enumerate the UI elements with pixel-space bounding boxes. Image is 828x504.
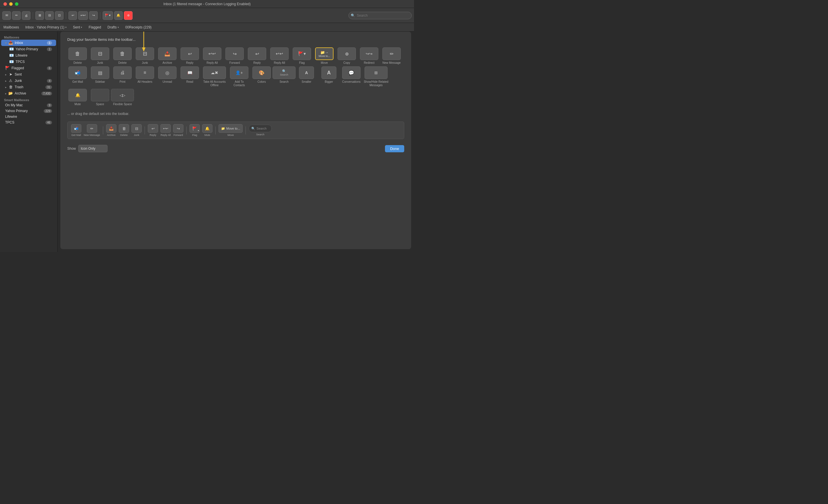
dt-mute[interactable]: 🔔 Mute	[202, 124, 212, 136]
show-select[interactable]: Icon Only Icon and Text Text Only	[78, 145, 108, 152]
tool-btn-reply2[interactable]: ↩	[248, 47, 266, 60]
tool-btn-archive[interactable]: 📥	[158, 47, 176, 60]
tool-item-reply1[interactable]: ↩ Reply	[179, 47, 200, 65]
tool-btn-search-tool[interactable]: 🔍 Search	[273, 66, 296, 79]
tool-item-delete2[interactable]: 🗑 Delete	[112, 47, 133, 65]
tool-item-unread[interactable]: ◎ Unread	[157, 66, 178, 87]
tool-btn-show-hide[interactable]: ⊞	[365, 66, 387, 79]
delete-btn-3[interactable]: ⊡	[55, 11, 64, 20]
tool-btn-smaller[interactable]: A	[299, 66, 314, 79]
tool-item-colors[interactable]: 🎨 Colors	[251, 66, 272, 87]
done-button[interactable]: Done	[385, 145, 404, 152]
tool-btn-unread[interactable]: ◎	[158, 66, 176, 79]
tool-item-replyall2[interactable]: ↩↩ Reply All	[269, 47, 290, 65]
tool-item-space[interactable]: Space	[90, 89, 111, 106]
tool-btn-flag[interactable]: 🚩▾	[293, 47, 311, 60]
tool-item-replyall1[interactable]: ↩↩ Reply All	[202, 47, 222, 65]
tool-item-get-mail[interactable]: 📬 Get Mail	[67, 66, 88, 87]
tool-btn-reply1[interactable]: ↩	[180, 47, 199, 60]
tool-btn-junk1[interactable]: ⊟	[91, 47, 109, 60]
reply-toolbar-btn[interactable]: ↩	[69, 11, 77, 20]
dt-forward-btn[interactable]: ↪	[173, 124, 183, 133]
tool-item-copy[interactable]: ⊕ Copy	[336, 47, 357, 65]
flag-toolbar-btn[interactable]: 🚩▾	[102, 11, 113, 20]
sidebar-item-tpcs[interactable]: 📧 TPCS	[1, 59, 56, 65]
dt-reply[interactable]: ↩ Reply	[148, 124, 158, 136]
delete-btn-1[interactable]: ⊠	[35, 11, 44, 20]
tab-flagged[interactable]: Flagged	[87, 25, 102, 30]
tool-btn-flex-space[interactable]: ◁▷	[111, 89, 134, 101]
dt-delete[interactable]: 🗑 Delete	[119, 124, 129, 136]
dt-forward[interactable]: ↪ Forward	[173, 124, 183, 136]
sidebar-item-sent[interactable]: ▸ ➤ Sent	[1, 71, 56, 78]
sidebar-item-flagged[interactable]: 🚩 Flagged 6	[1, 65, 56, 71]
tool-btn-replyall2[interactable]: ↩↩	[270, 47, 289, 60]
tab-drafts[interactable]: Drafts ▾	[107, 25, 120, 30]
tool-btn-all-headers[interactable]: ≡	[136, 66, 154, 79]
tool-item-junk1[interactable]: ⊟ Junk	[90, 47, 111, 65]
tool-item-sidebar[interactable]: ▤ Sidebar	[90, 66, 111, 87]
dt-mute-btn[interactable]: 🔔	[202, 124, 212, 133]
tool-btn-print[interactable]: 🖨	[113, 66, 132, 79]
new-compose-button[interactable]: ✏	[12, 11, 21, 20]
minimize-button[interactable]	[9, 2, 13, 6]
tool-item-delete1[interactable]: 🗑 Delete	[67, 47, 88, 65]
tool-item-reply2[interactable]: ↩ Reply	[247, 47, 267, 65]
dt-flag-btn[interactable]: 🚩	[190, 124, 200, 133]
tab-00receipts[interactable]: 00Receipts (229)	[124, 25, 153, 30]
tool-btn-new-message[interactable]: ✏	[382, 47, 401, 60]
sidebar-item-on-my-mac[interactable]: On My Mac 9	[1, 102, 56, 108]
tool-btn-space[interactable]	[91, 89, 109, 101]
tool-item-search-tool[interactable]: 🔍 Search Search	[274, 66, 294, 87]
tool-item-bigger[interactable]: A Bigger	[319, 66, 339, 87]
dt-search[interactable]: 🔍 Search Search	[249, 125, 272, 136]
reply-all-toolbar-btn[interactable]: ↩↩	[78, 11, 88, 20]
tool-btn-conversations[interactable]: 💬	[342, 66, 361, 79]
tab-sent[interactable]: Sent ▾	[72, 25, 84, 30]
sidebar-item-lifewire-smart[interactable]: Lifewire	[1, 114, 56, 120]
sidebar-item-yahoo-primary[interactable]: 📧 Yahoo Primary 1	[1, 46, 56, 52]
sidebar-item-junk[interactable]: ▸ ⚠ Junk 4	[1, 78, 56, 84]
tool-item-new-message[interactable]: ✏ New Message	[381, 47, 402, 65]
sidebar-item-archive[interactable]: ▸ 📂 Archive 7,430	[1, 90, 56, 97]
tool-btn-delete2[interactable]: 🗑	[113, 47, 132, 60]
dt-reply-all-btn[interactable]: ↩↩	[160, 124, 171, 133]
compose-mail-button[interactable]: ✉	[2, 11, 11, 20]
tool-btn-sidebar[interactable]: ▤	[91, 66, 109, 79]
sidebar-item-tpcs-smart[interactable]: TPCS 46	[1, 120, 56, 125]
dt-archive[interactable]: 📥 Archive	[106, 124, 116, 136]
sidebar-item-yahoo-primary-smart[interactable]: Yahoo Primary 229	[1, 108, 56, 114]
dt-get-mail[interactable]: 📬 Get Mail	[71, 124, 81, 136]
tool-btn-bigger[interactable]: A	[322, 66, 336, 79]
tool-btn-move-to[interactable]: 📁→ Move to...	[315, 47, 333, 60]
drag-toolbar-btn[interactable]: ⊕	[124, 11, 132, 20]
tool-item-archive[interactable]: 📥 Archive	[157, 47, 178, 65]
tool-item-conversations[interactable]: 💬 Conversations	[341, 66, 362, 87]
tool-item-add-contacts[interactable]: 👤+ Add To Contacts	[229, 66, 250, 87]
tool-item-read[interactable]: 📖 Read	[179, 66, 200, 87]
dt-delete-btn[interactable]: 🗑	[119, 124, 129, 133]
tool-btn-colors[interactable]: 🎨	[252, 66, 271, 79]
sidebar-item-inbox[interactable]: ▾ 📥 Inbox 1	[1, 40, 56, 46]
tool-btn-redirect[interactable]: ↪↪	[360, 47, 378, 60]
close-button[interactable]	[3, 2, 7, 6]
tool-btn-read[interactable]: 📖	[180, 66, 199, 79]
tool-btn-take-all-offline[interactable]: ☁✖	[203, 66, 226, 79]
dt-search-bar[interactable]: 🔍 Search	[249, 125, 272, 132]
search-input[interactable]	[348, 12, 412, 19]
dt-get-mail-btn[interactable]: 📬	[71, 124, 81, 133]
dt-archive-btn[interactable]: 📥	[106, 124, 116, 133]
dt-reply-all[interactable]: ↩↩ Reply All	[160, 124, 171, 136]
tool-item-forward1[interactable]: ↪ Forward	[224, 47, 245, 65]
tool-item-all-headers[interactable]: ≡ All Headers	[134, 66, 155, 87]
dt-move[interactable]: 📁 Move to... Move	[218, 124, 243, 136]
sidebar-item-lifewire[interactable]: 📧 Lifewire	[1, 52, 56, 59]
tool-item-flex-space[interactable]: ◁▷ Flexible Space	[112, 89, 133, 106]
tab-mailboxes[interactable]: Mailboxes	[2, 25, 20, 30]
tool-btn-copy[interactable]: ⊕	[337, 47, 356, 60]
sidebar-item-trash[interactable]: ▸ 🗑 Trash 31	[1, 84, 56, 90]
bell-toolbar-btn[interactable]: 🔔	[114, 11, 123, 20]
maximize-button[interactable]	[15, 2, 18, 6]
dt-junk-btn[interactable]: ⊟	[131, 124, 142, 133]
tool-item-junk2[interactable]: ⊟ Junk	[134, 47, 155, 65]
